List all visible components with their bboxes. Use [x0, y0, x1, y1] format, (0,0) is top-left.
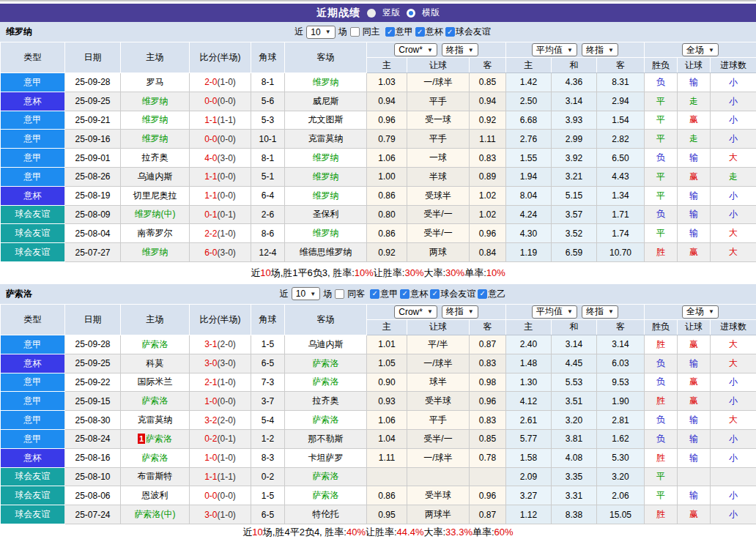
away-team[interactable]: 维德思维罗纳: [285, 243, 367, 262]
home-team-name[interactable]: 维罗纳: [142, 247, 168, 257]
match-score[interactable]: 1-1(0-0): [190, 167, 251, 186]
away-team[interactable]: 卡坦萨罗: [285, 448, 367, 467]
home-team-name[interactable]: 维罗纳: [142, 114, 168, 124]
vertical-layout-label[interactable]: 竖版: [382, 7, 400, 19]
match-score[interactable]: 0-2(0-1): [190, 429, 251, 448]
home-team-name[interactable]: 布雷斯特: [138, 471, 173, 481]
match-score[interactable]: 4-0(3-0): [190, 149, 251, 168]
home-team-name[interactable]: 维罗纳(中): [135, 209, 176, 219]
average-select[interactable]: 平均值▼: [532, 305, 577, 319]
home-team-name[interactable]: 萨索洛: [142, 395, 168, 406]
away-team[interactable]: 乌迪内斯: [285, 335, 367, 354]
home-team-name[interactable]: 科莫: [147, 358, 164, 368]
home-team-name[interactable]: 萨索洛: [142, 339, 168, 349]
match-count-select[interactable]: 10▼: [306, 26, 335, 39]
home-team[interactable]: 维罗纳(中): [121, 205, 190, 224]
away-team-name[interactable]: 萨索洛: [313, 471, 339, 481]
match-score[interactable]: 0-0(0-0): [190, 92, 251, 111]
match-score[interactable]: 0-0(0-0): [190, 130, 251, 149]
home-team[interactable]: 萨索洛(中): [121, 505, 190, 524]
checkbox-icon[interactable]: ✓: [430, 289, 440, 299]
home-team-name[interactable]: 南蒂罗尔: [138, 228, 173, 238]
away-team[interactable]: 维罗纳: [285, 149, 367, 168]
away-team-name[interactable]: 那不勒斯: [308, 434, 344, 444]
home-team[interactable]: 维罗纳: [121, 130, 190, 149]
away-team[interactable]: 克雷莫纳: [285, 130, 367, 149]
match-score[interactable]: 2-2(1-0): [190, 224, 251, 243]
away-team-name[interactable]: 维德思维罗纳: [300, 247, 352, 257]
checkbox-icon[interactable]: ✓: [415, 27, 425, 37]
home-team[interactable]: 萨索洛: [121, 335, 190, 354]
match-score[interactable]: 0-1(0-1): [190, 205, 251, 224]
match-score[interactable]: 0-0(0-0): [190, 486, 251, 505]
away-team-name[interactable]: 克雷莫纳: [308, 133, 344, 144]
average-select[interactable]: 平均值▼: [532, 43, 577, 56]
home-team-name[interactable]: 萨索洛(中): [135, 509, 176, 519]
away-team[interactable]: 萨索洛: [285, 373, 367, 392]
match-score[interactable]: 3-0(1-0): [190, 505, 251, 524]
home-team-name[interactable]: 萨索洛: [146, 434, 172, 444]
average-time-select[interactable]: 终指▼: [582, 305, 618, 319]
away-team[interactable]: 拉齐奥: [285, 392, 367, 411]
checkbox-icon[interactable]: ✓: [445, 27, 455, 37]
away-team-name[interactable]: 维罗纳: [313, 152, 339, 163]
home-team-name[interactable]: 克雷莫纳: [138, 415, 173, 425]
away-team-name[interactable]: 拉齐奥: [313, 395, 339, 406]
home-team[interactable]: 维罗纳: [121, 92, 190, 111]
away-team[interactable]: 维罗纳: [285, 167, 367, 186]
match-score[interactable]: 1-1(1-1): [190, 467, 251, 486]
home-team[interactable]: 萨索洛: [121, 392, 190, 411]
league-filter[interactable]: ✓球会友谊: [430, 288, 475, 300]
home-team-name[interactable]: 乌迪内斯: [138, 171, 173, 182]
away-team-name[interactable]: 威尼斯: [313, 96, 339, 106]
home-team[interactable]: 1萨索洛: [121, 429, 190, 448]
away-team-name[interactable]: 维罗纳: [313, 171, 339, 182]
match-score[interactable]: 3-0(3-0): [190, 354, 251, 373]
league-filter[interactable]: ✓意杯: [400, 288, 428, 300]
match-score[interactable]: 1-1(0-0): [190, 186, 251, 205]
away-team-name[interactable]: 萨索洛: [313, 358, 339, 368]
home-team-name[interactable]: 国际米兰: [138, 376, 173, 387]
same-venue-checkbox[interactable]: [335, 289, 344, 299]
away-team-name[interactable]: 特伦托: [313, 509, 339, 519]
home-team[interactable]: 科莫: [121, 354, 190, 373]
home-team[interactable]: 维罗纳: [121, 111, 190, 130]
home-team[interactable]: 国际米兰: [121, 373, 190, 392]
checkbox-icon[interactable]: ✓: [370, 289, 379, 299]
away-team-name[interactable]: 萨索洛: [313, 490, 339, 500]
away-team-name[interactable]: 维罗纳: [313, 190, 339, 201]
home-team[interactable]: 萨索洛: [121, 448, 190, 467]
checkbox-icon[interactable]: ✓: [400, 289, 410, 299]
horizontal-layout-label[interactable]: 横版: [422, 7, 440, 19]
home-team[interactable]: 罗马: [121, 73, 190, 92]
checkbox-icon[interactable]: ✓: [385, 27, 395, 37]
home-team-name[interactable]: 切里尼奥拉: [133, 190, 177, 201]
horizontal-layout-radio-icon[interactable]: [407, 9, 415, 18]
home-team-name[interactable]: 恩波利: [142, 490, 168, 500]
average-time-select[interactable]: 终指▼: [582, 43, 618, 56]
checkbox-icon[interactable]: ✓: [478, 289, 487, 299]
home-team-name[interactable]: 拉齐奥: [142, 152, 168, 163]
home-team[interactable]: 切里尼奥拉: [121, 186, 190, 205]
home-team[interactable]: 乌迪内斯: [121, 167, 190, 186]
away-team[interactable]: 萨索洛: [285, 354, 367, 373]
away-team-name[interactable]: 乌迪内斯: [308, 339, 344, 349]
home-team-name[interactable]: 维罗纳: [142, 133, 168, 144]
away-team[interactable]: 维罗纳: [285, 224, 367, 243]
match-score[interactable]: 2-1(1-0): [190, 373, 251, 392]
away-team[interactable]: 特伦托: [285, 505, 367, 524]
bookmaker-select[interactable]: Crow*▼: [394, 305, 437, 319]
match-score[interactable]: 3-1(2-0): [190, 335, 251, 354]
match-score[interactable]: 1-1(1-1): [190, 111, 251, 130]
full-match-select[interactable]: 全场▼: [682, 305, 719, 319]
away-team-name[interactable]: 萨索洛: [313, 376, 339, 387]
away-team[interactable]: 萨索洛: [285, 467, 367, 486]
home-team-name[interactable]: 萨索洛: [142, 453, 168, 463]
match-score[interactable]: 2-0(1-0): [190, 73, 251, 92]
odds-time-select[interactable]: 终指▼: [442, 43, 478, 56]
away-team[interactable]: 尤文图斯: [285, 111, 367, 130]
away-team-name[interactable]: 萨索洛: [313, 415, 339, 425]
away-team-name[interactable]: 维罗纳: [313, 77, 339, 87]
match-count-select[interactable]: 10▼: [292, 287, 320, 300]
league-filter[interactable]: ✓意杯: [415, 26, 443, 38]
